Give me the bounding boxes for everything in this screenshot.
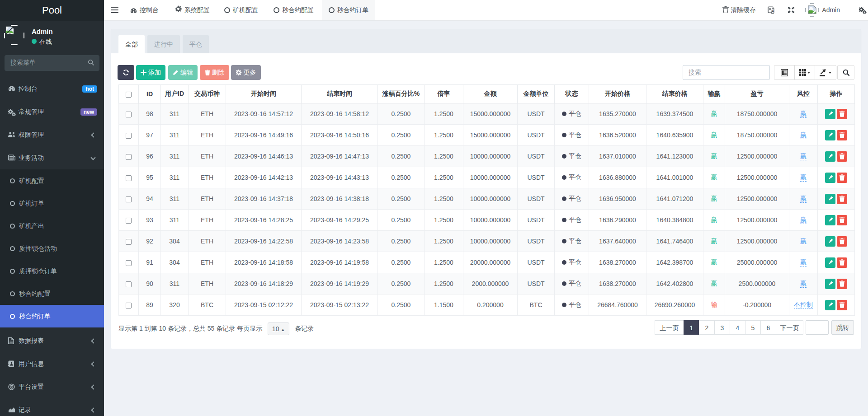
svg-text:A: A [772,9,774,13]
